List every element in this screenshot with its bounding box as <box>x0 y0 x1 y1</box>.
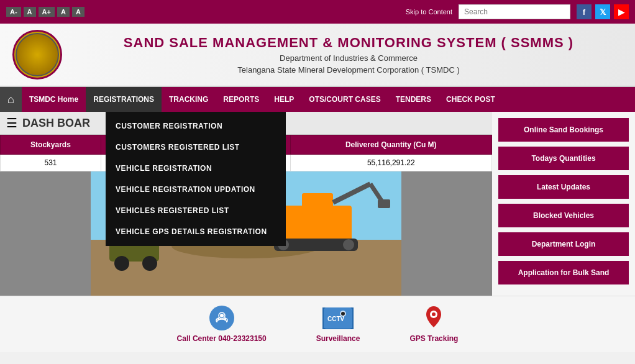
dropdown-customers-registered-list[interactable]: CUSTOMERS REGISTERED LIST <box>106 137 286 158</box>
cell-stockyards: 531 <box>1 155 101 171</box>
home-button[interactable]: ⌂ <box>0 87 22 112</box>
nav-reports[interactable]: REPORTS <box>216 87 267 112</box>
call-center-item[interactable]: Call Center 040-23323150 <box>177 306 267 343</box>
main-content: ☰ DASH BOAR Stockyards Booked Quantity (… <box>0 112 635 296</box>
top-bar: A- A A+ A A Skip to Content f 𝕏 ▶ <box>0 0 635 24</box>
nav-ots-court-cases[interactable]: OTS/COURT CASES <box>301 87 388 112</box>
svg-rect-21 <box>224 317 226 321</box>
application-bulk-sand-btn[interactable]: Application for Bulk Sand <box>498 261 629 284</box>
font-controls: A- A A+ A A <box>6 7 85 17</box>
nav-help[interactable]: HELP <box>267 87 301 112</box>
footer: Call Center 040-23323150 CCTV Surveillan… <box>0 296 635 352</box>
svg-point-13 <box>142 256 157 271</box>
youtube-icon[interactable]: ▶ <box>614 4 629 19</box>
nav-check-post[interactable]: CHECK POST <box>439 87 503 112</box>
dashboard-title: DASH BOAR <box>22 117 90 130</box>
cctv-icon-container: CCTV <box>322 306 354 330</box>
todays-quantities-btn[interactable]: Todays Quantities <box>498 147 629 170</box>
gps-tracking-label: GPS Tracking <box>409 334 458 343</box>
cctv-icon: CCTV <box>322 307 354 329</box>
call-center-label: Call Center 040-23323150 <box>177 334 267 343</box>
corp-name: Telangana State Mineral Development Corp… <box>75 65 623 75</box>
right-panel: Online Sand Bookings Todays Quantities L… <box>492 112 635 296</box>
font-medium-btn[interactable]: A <box>57 7 70 17</box>
call-icon <box>209 306 234 330</box>
cell-delivered-qty: 55,116,291.22 <box>290 155 491 171</box>
department-login-btn[interactable]: Department Login <box>498 232 629 256</box>
dept-name: Department of Industries & Commerce <box>75 53 623 63</box>
dashboard-icon: ☰ <box>6 116 17 130</box>
svg-point-10 <box>343 239 354 250</box>
call-center-icon-container <box>206 306 237 330</box>
gps-tracking-item[interactable]: GPS Tracking <box>409 306 458 343</box>
col-delivered-qty: Delivered Quantity (Cu M) <box>290 135 491 155</box>
svg-rect-20 <box>217 317 219 321</box>
surveillance-label: Surveillance <box>316 334 360 343</box>
gps-icon <box>421 304 446 333</box>
search-input[interactable] <box>459 4 570 19</box>
nav-tsmdc-home[interactable]: TSMDC Home <box>22 87 86 112</box>
svg-rect-7 <box>378 199 390 208</box>
font-default-btn[interactable]: A <box>24 7 36 17</box>
nav-tenders[interactable]: TENDERS <box>388 87 439 112</box>
registrations-dropdown: CUSTOMER REGISTRATION CUSTOMERS REGISTER… <box>106 112 286 246</box>
dropdown-vehicle-registration[interactable]: VEHICLE REGISTRATION <box>106 158 286 179</box>
dropdown-vehicles-registered-list[interactable]: VEHICLES REGISTERED LIST <box>106 200 286 221</box>
headset-svg <box>214 311 229 325</box>
nav-tracking[interactable]: TRACKING <box>162 87 216 112</box>
dropdown-vehicle-gps-details[interactable]: VEHICLE GPS DETAILS REGISTRATION <box>106 221 286 242</box>
site-title: SAND SALE MANAGEMENT & MONITORING SYSTEM… <box>75 35 623 51</box>
twitter-icon[interactable]: 𝕏 <box>595 4 610 19</box>
dropdown-customer-registration[interactable]: CUSTOMER REGISTRATION <box>106 116 286 137</box>
top-right: Skip to Content f 𝕏 ▶ <box>406 4 629 19</box>
logo-image <box>16 33 59 76</box>
svg-rect-4 <box>302 193 333 215</box>
svg-point-19 <box>220 314 224 317</box>
font-increase-btn[interactable]: A+ <box>39 7 55 17</box>
svg-point-25 <box>341 312 345 316</box>
blocked-vehicles-btn[interactable]: Blocked Vehicles <box>498 204 629 227</box>
gps-icon-container <box>418 306 449 330</box>
svg-point-12 <box>114 256 129 271</box>
latest-updates-btn[interactable]: Latest Updates <box>498 175 629 199</box>
logo <box>12 30 62 80</box>
cctv-svg: CCTV <box>324 307 352 329</box>
font-decrease-btn[interactable]: A- <box>6 7 21 17</box>
navigation: ⌂ TSMDC Home REGISTRATIONS TRACKING REPO… <box>0 87 635 112</box>
dropdown-vehicle-registration-updation[interactable]: VEHICLE REGISTRATION UPDATION <box>106 179 286 200</box>
online-sand-bookings-btn[interactable]: Online Sand Bookings <box>498 118 629 142</box>
nav-registrations[interactable]: REGISTRATIONS <box>86 87 162 112</box>
svg-point-27 <box>432 312 436 316</box>
header-text: SAND SALE MANAGEMENT & MONITORING SYSTEM… <box>75 35 623 75</box>
col-stockyards: Stockyards <box>1 135 101 155</box>
font-large-btn[interactable]: A <box>72 7 85 17</box>
header: SAND SALE MANAGEMENT & MONITORING SYSTEM… <box>0 24 635 87</box>
skip-to-content-link[interactable]: Skip to Content <box>406 8 452 16</box>
social-icons: f 𝕏 ▶ <box>577 4 629 19</box>
surveillance-item[interactable]: CCTV Surveillance <box>316 306 360 343</box>
facebook-icon[interactable]: f <box>577 4 592 19</box>
gps-svg <box>421 304 446 329</box>
